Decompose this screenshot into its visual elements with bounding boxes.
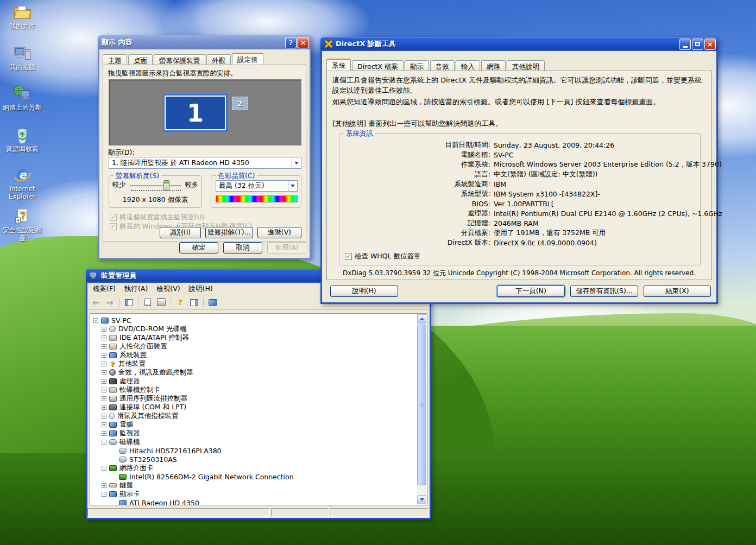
scan-icon[interactable] [206, 296, 219, 308]
exit-button[interactable]: 結束(X) [644, 286, 711, 297]
tree-item[interactable]: ATI Radeon HD 4350 [91, 498, 417, 505]
tab-DirectX 檔案[interactable]: DirectX 檔案 [352, 60, 404, 71]
tab-輸入[interactable]: 輸入 [456, 60, 480, 71]
help-titlebar-button[interactable]: ? [285, 37, 297, 48]
advanced-button[interactable]: 進階(V) [257, 227, 301, 238]
tree-item[interactable]: +滑鼠及其他指標裝置 [91, 411, 417, 420]
troubleshoot-button[interactable]: 疑難排解(T)... [205, 227, 253, 238]
tree-item[interactable]: +IDE ATA/ATAPI 控制器 [91, 333, 417, 342]
vertical-scrollbar[interactable] [417, 314, 426, 504]
expander-plus-icon[interactable]: + [102, 379, 106, 384]
tab-顯示[interactable]: 顯示 [405, 60, 429, 71]
expander-plus-icon[interactable]: + [102, 422, 106, 427]
desktop-icon-internet-explorer[interactable]: e Internet Explorer [1, 166, 43, 201]
print-icon[interactable] [155, 296, 168, 308]
expander-plus-icon[interactable]: + [102, 344, 106, 349]
expander-plus-icon[interactable]: + [102, 388, 106, 392]
scroll-up-button[interactable] [417, 314, 426, 324]
dropdown-button[interactable] [292, 157, 301, 168]
tree-item[interactable]: Hitachi HDS721616PLA380 [91, 446, 417, 455]
tree-item[interactable]: +軟碟機控制卡 [91, 385, 417, 394]
tree-item[interactable]: -磁碟機 [91, 438, 417, 446]
close-button[interactable]: × [298, 37, 309, 48]
resolution-slider-thumb[interactable] [163, 180, 169, 191]
primary-monitor-checkbox[interactable]: ✓ 將這個裝置當成主監視器(U) [110, 213, 204, 222]
help-button[interactable]: 說明(H) [330, 286, 398, 297]
tree-item[interactable]: -顯示卡 [91, 490, 417, 498]
tree-item[interactable]: +處理器 [91, 377, 417, 385]
expander-plus-icon[interactable]: + [102, 405, 106, 410]
tab-外觀[interactable]: 外觀 [206, 54, 231, 65]
menu-檔案(F)[interactable]: 檔案(F) [89, 283, 120, 295]
expander-plus-icon[interactable]: + [102, 414, 106, 419]
tree-item[interactable]: +系統裝置 [91, 351, 417, 359]
close-button[interactable]: × [704, 39, 716, 50]
tree-item[interactable]: -網路介面卡 [91, 464, 417, 472]
expander-plus-icon[interactable]: + [102, 353, 106, 358]
console-tree-icon[interactable] [122, 296, 135, 308]
maximize-button[interactable] [692, 39, 703, 50]
tab-設定值[interactable]: 設定值 [232, 53, 263, 65]
expander-plus-icon[interactable]: + [102, 483, 106, 488]
display-device-dropdown[interactable]: 1. 隨插即用監視器 於 ATI Radeon HD 4350 [109, 157, 301, 169]
save-all-info-button[interactable]: 儲存所有資訊(S)... [570, 286, 638, 297]
resolution-slider-track[interactable] [130, 185, 182, 187]
tab-其他說明[interactable]: 其他說明 [507, 60, 545, 71]
tree-item[interactable]: +鍵盤 [91, 481, 417, 490]
expander-minus-icon[interactable]: - [102, 492, 106, 497]
tab-系統[interactable]: 系統 [326, 59, 351, 71]
monitor-2[interactable]: 2 [232, 97, 248, 110]
expander-plus-icon[interactable]: + [102, 370, 106, 375]
tree-item[interactable]: +DVD/CD-ROM 光碟機 [91, 325, 417, 333]
expander-plus-icon[interactable]: + [102, 327, 106, 332]
tree-item[interactable]: +監視器 [91, 429, 417, 438]
tab-螢幕保護裝置[interactable]: 螢幕保護裝置 [154, 54, 205, 65]
desktop-icon-my-documents[interactable]: 我的文件 [1, 3, 43, 30]
desktop-icon-my-computer[interactable]: 我的電腦 [1, 45, 43, 72]
monitor-1[interactable]: 1 [165, 96, 226, 130]
tree-item[interactable]: +電腦 [91, 420, 417, 429]
minimize-button[interactable] [679, 39, 691, 50]
help-icon[interactable]: ? [174, 296, 187, 308]
dropdown-button[interactable] [288, 181, 297, 191]
display-properties-titlebar[interactable]: 顯示 內容 ? × [98, 35, 311, 49]
properties-icon[interactable] [141, 296, 154, 308]
tab-主題[interactable]: 主題 [103, 54, 127, 65]
expander-minus-icon[interactable]: - [102, 440, 106, 445]
scrollbar-thumb[interactable] [417, 325, 426, 485]
expander-plus-icon[interactable]: + [102, 362, 106, 366]
menu-執行(A)[interactable]: 執行(A) [120, 283, 152, 295]
desktop-icon-security-wizard[interactable]: ? 安全性設定精靈 [1, 207, 43, 242]
tree-item[interactable]: -SV-PC [91, 316, 417, 325]
back-icon[interactable]: ← [90, 296, 103, 308]
tree-item[interactable]: +通用序列匯流排控制器 [91, 394, 417, 403]
expander-minus-icon[interactable]: - [102, 466, 106, 471]
tree-item[interactable]: ST3250310AS [91, 455, 417, 464]
cancel-button[interactable]: 取消 [223, 242, 262, 254]
whql-checkbox[interactable]: ✓ 檢查 WHQL 數位簽章 [345, 252, 421, 261]
expander-plus-icon[interactable]: + [102, 335, 106, 340]
expander-plus-icon[interactable]: + [102, 396, 106, 401]
ok-button[interactable]: 確定 [179, 242, 218, 254]
tree-item[interactable]: +其他裝置 [91, 359, 417, 368]
color-quality-dropdown[interactable]: 最高 (32 位元) [216, 180, 298, 192]
menu-說明(H)[interactable]: 說明(H) [185, 283, 217, 295]
tree-item[interactable]: +人性化介面裝置 [91, 342, 417, 351]
desktop-icon-recycle-bin[interactable]: 資源回收筒 [1, 126, 43, 153]
forward-icon[interactable]: → [103, 296, 116, 308]
tab-桌面[interactable]: 桌面 [128, 54, 153, 65]
expander-plus-icon[interactable]: + [102, 431, 106, 436]
tree-item[interactable]: +音效，視訊及遊戲控制器 [91, 368, 417, 377]
tree-item[interactable]: Intel(R) 82566DM-2 Gigabit Network Conne… [91, 472, 417, 481]
expander-minus-icon[interactable]: - [93, 318, 98, 323]
next-page-button[interactable]: 下一頁(N) [497, 286, 565, 297]
apply-button[interactable]: 套用(A) [267, 242, 306, 254]
desktop-icon-network-places[interactable]: 網路上的芳鄰 [1, 85, 43, 112]
action-pane-icon[interactable] [187, 296, 200, 308]
tab-音效[interactable]: 音效 [430, 60, 455, 71]
menu-檢視(V)[interactable]: 檢視(V) [152, 283, 184, 295]
scroll-down-button[interactable] [417, 495, 426, 504]
identify-button[interactable]: 識別(I) [160, 227, 201, 238]
tab-網路[interactable]: 網路 [481, 60, 506, 71]
dxdiag-titlebar[interactable]: DirectX 診斷工具 × [320, 37, 718, 51]
